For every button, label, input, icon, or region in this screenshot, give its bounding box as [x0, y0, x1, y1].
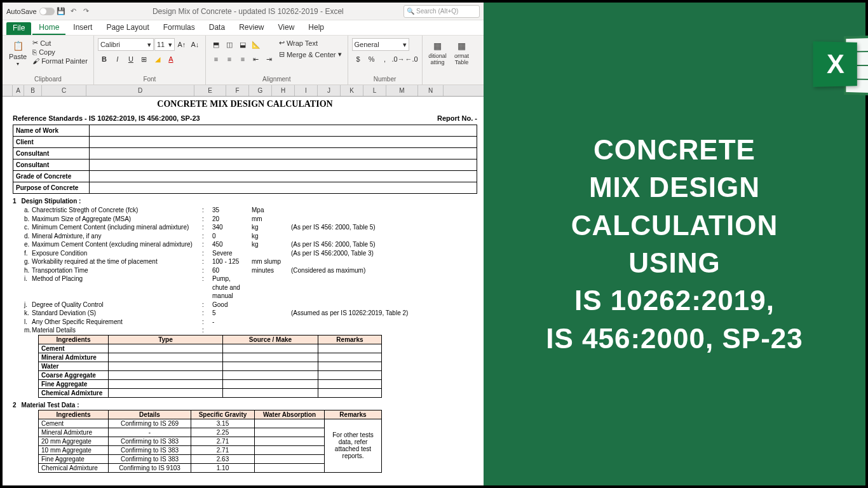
- table-row: CementConfirming to IS 2693.15For other …: [39, 419, 382, 428]
- cut-button[interactable]: ✂Cut: [31, 38, 90, 48]
- col-header[interactable]: M: [386, 85, 418, 96]
- align-middle-icon[interactable]: ◫: [223, 38, 236, 51]
- search-input[interactable]: 🔍 Search (Alt+Q): [403, 5, 480, 18]
- save-icon[interactable]: 💾: [56, 6, 66, 17]
- decrease-decimal-icon[interactable]: ←.0: [405, 53, 418, 65]
- col-header[interactable]: A: [13, 85, 24, 96]
- align-right-icon[interactable]: ≡: [236, 53, 249, 65]
- worksheet[interactable]: CONCRETE MIX DESIGN CALCULATION Referenc…: [3, 97, 484, 485]
- stipulation-row: c.Minimum Cement Content (including mine…: [13, 223, 477, 232]
- chevron-down-icon: ▾: [338, 50, 342, 58]
- table-row: Mineral Admixture: [39, 353, 382, 362]
- tab-help[interactable]: Help: [302, 21, 330, 35]
- cond-format-icon: ▦: [431, 39, 444, 52]
- table-row: Coarse Aggregate: [39, 370, 382, 379]
- stipulation-row: k.Standard Deviation (S):5(Assumed as pe…: [13, 309, 477, 318]
- ref-row: Reference Standards - IS 10262:2019, IS …: [13, 113, 477, 125]
- group-number: General▾ $ % , .0→ ←.0 Number: [348, 36, 423, 85]
- indent-decrease-icon[interactable]: ⇤: [250, 53, 262, 65]
- chevron-down-icon: ▾: [403, 41, 407, 49]
- autosave-toggle[interactable]: AutoSave: [6, 8, 55, 15]
- col-header[interactable]: F: [226, 85, 249, 96]
- increase-decimal-icon[interactable]: .0→: [392, 53, 405, 65]
- stipulation-row: j.Degree of Quality Control:Good: [13, 301, 477, 309]
- promo-text: CONCRETE MIX DESIGN CALCULATION USING IS…: [546, 131, 803, 357]
- table-row: Name of Work: [13, 125, 477, 137]
- table-row: Consultant: [13, 148, 477, 159]
- table-row: Purpose of Concrete: [13, 182, 477, 194]
- tab-pagelayout[interactable]: Page Layout: [100, 21, 155, 35]
- conditional-formatting-button[interactable]: ▦ ditional atting: [426, 38, 449, 67]
- orientation-icon[interactable]: 📐: [250, 38, 262, 51]
- col-header[interactable]: D: [86, 85, 194, 96]
- col-header[interactable]: N: [418, 85, 444, 96]
- col-header[interactable]: H: [272, 85, 295, 96]
- paste-button[interactable]: 📋 Paste ▾: [6, 38, 29, 68]
- font-name-select[interactable]: Calibri▾: [98, 38, 154, 51]
- increase-font-icon[interactable]: A↑: [175, 38, 188, 51]
- redo-icon[interactable]: ↷: [81, 6, 92, 17]
- col-header[interactable]: K: [341, 85, 363, 96]
- table-row: Chemical Admixture: [39, 388, 382, 397]
- format-painter-button[interactable]: 🖌Format Painter: [31, 57, 90, 65]
- fill-color-button[interactable]: ◢: [151, 53, 164, 65]
- stipulation-row: b.Maximum Size of Aggregate (MSA):20mm: [13, 215, 477, 224]
- number-format-select[interactable]: General▾: [352, 38, 409, 51]
- stipulation-row: i.Method of Placing:Pump, chute and manu…: [13, 274, 477, 301]
- search-icon: 🔍: [407, 8, 414, 15]
- col-header[interactable]: E: [194, 85, 226, 96]
- tab-data[interactable]: Data: [203, 21, 231, 35]
- section2-head: 2Material Test Data :: [13, 398, 477, 410]
- col-header[interactable]: B: [24, 85, 42, 96]
- bold-button[interactable]: B: [98, 53, 111, 65]
- ribbon-tabs: File Home Insert Page Layout Formulas Da…: [3, 20, 484, 36]
- brush-icon: 🖌: [32, 57, 39, 65]
- tab-file[interactable]: File: [6, 22, 31, 35]
- undo-icon[interactable]: ↶: [69, 6, 79, 17]
- doc-title: CONCRETE MIX DESIGN CALCULATION: [13, 97, 477, 113]
- decrease-font-icon[interactable]: A↓: [189, 38, 201, 51]
- col-header[interactable]: J: [318, 85, 341, 96]
- align-left-icon[interactable]: ≡: [210, 53, 222, 65]
- format-table-button[interactable]: ▦ ormat Table: [451, 38, 473, 67]
- tab-insert[interactable]: Insert: [67, 21, 98, 35]
- merge-center-button[interactable]: ⊟Merge & Center▾: [277, 50, 344, 59]
- currency-icon[interactable]: $: [352, 53, 365, 65]
- column-headers: A B C D E F G H I J K L M N: [3, 85, 484, 97]
- percent-icon[interactable]: %: [365, 53, 378, 65]
- section1-head: 1Design Stipulation :: [13, 194, 477, 206]
- wrap-text-button[interactable]: ↩Wrap Text: [277, 38, 344, 48]
- stipulation-row: f.Exposure Condition:Severe(As per IS 45…: [13, 249, 477, 258]
- stipulation-row: l.Any Other Specific Requirement:-: [13, 318, 477, 327]
- border-button[interactable]: ⊞: [138, 53, 151, 65]
- tab-formulas[interactable]: Formulas: [157, 21, 201, 35]
- col-header[interactable]: L: [363, 85, 386, 96]
- group-alignment: ⬒ ◫ ⬓ 📐 ≡ ≡ ≡ ⇤ ⇥ ↩Wrap Text ⊟Me: [206, 36, 348, 85]
- align-bottom-icon[interactable]: ⬓: [236, 38, 249, 51]
- table-icon: ▦: [456, 39, 468, 52]
- underline-button[interactable]: U: [125, 53, 137, 65]
- align-top-icon[interactable]: ⬒: [210, 38, 222, 51]
- font-color-button[interactable]: A: [165, 53, 177, 65]
- tab-view[interactable]: View: [272, 21, 301, 35]
- toggle-switch[interactable]: [39, 8, 55, 15]
- col-header[interactable]: G: [249, 85, 272, 96]
- table-row: Water: [39, 362, 382, 370]
- chevron-down-icon: ▾: [17, 61, 19, 67]
- indent-increase-icon[interactable]: ⇥: [263, 53, 276, 65]
- align-center-icon[interactable]: ≡: [223, 53, 236, 65]
- tab-review[interactable]: Review: [233, 21, 270, 35]
- merge-icon: ⊟: [279, 50, 285, 58]
- promo-panel: CONCRETE MIX DESIGN CALCULATION USING IS…: [484, 3, 865, 485]
- tab-home[interactable]: Home: [32, 21, 65, 35]
- table-row: Grade of Concrete: [13, 171, 477, 182]
- col-header[interactable]: I: [295, 85, 318, 96]
- stipulation-row: a.Charectristic Stregth of Concrete (fck…: [13, 206, 477, 215]
- copy-button[interactable]: ⎘Copy: [31, 48, 90, 57]
- italic-button[interactable]: I: [111, 53, 124, 65]
- comma-icon[interactable]: ,: [379, 53, 391, 65]
- font-size-select[interactable]: 11▾: [154, 38, 175, 51]
- titlebar: AutoSave 💾 ↶ ↷ Design Mix of Concrete - …: [3, 3, 484, 20]
- col-header[interactable]: C: [42, 85, 86, 96]
- table-row: Client: [13, 137, 477, 148]
